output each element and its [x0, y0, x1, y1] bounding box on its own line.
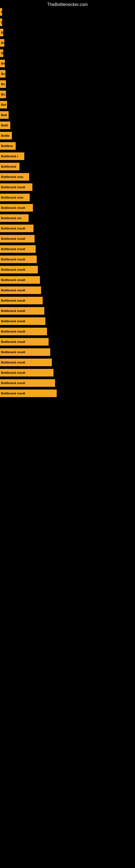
- bar-label: Bo: [1, 72, 5, 75]
- bar-row: B: [0, 19, 135, 26]
- bar-label: Bottleneck result: [1, 309, 25, 312]
- bar-row: Bottleneck result: [0, 183, 135, 191]
- bar-item: Bottleneck result: [0, 183, 32, 191]
- bar-item: B: [0, 50, 3, 57]
- bar-item: Bottleneck result: [0, 297, 43, 304]
- bar-item: Bottlene: [0, 142, 16, 150]
- bar-row: Bottleneck result: [0, 369, 135, 376]
- bar-label: B: [1, 10, 2, 13]
- bar-row: B: [0, 8, 135, 16]
- bar-item: Bottleneck result: [0, 286, 41, 294]
- bar-row: Bottleneck result: [0, 359, 135, 366]
- bar-row: Bottleneck result: [0, 307, 135, 315]
- bar-row: Bo: [0, 70, 135, 78]
- bar-label: Bo: [1, 62, 5, 65]
- bar-item: Bottleneck result: [0, 328, 47, 335]
- bar-row: Bottle: [0, 132, 135, 140]
- bar-row: Bo: [0, 91, 135, 98]
- bar-label: B: [1, 52, 3, 55]
- bar-label: Bottleneck result: [1, 319, 25, 323]
- bar-item: Bottle: [0, 132, 12, 140]
- bar-item: Bottleneck result: [0, 235, 35, 243]
- bar-item: Bottleneck result: [0, 255, 37, 263]
- bar-item: Bott: [0, 111, 9, 119]
- bar-item: Bottleneck result: [0, 348, 50, 356]
- bar-row: Bottlene: [0, 142, 135, 150]
- bars-container: BBBBoBBoBoBoBoBotBottBottlBottleBottlene…: [0, 8, 135, 397]
- bar-item: Bottleneck result: [0, 390, 57, 397]
- bar-row: Bottleneck result: [0, 276, 135, 284]
- bar-row: Bottleneck result: [0, 317, 135, 325]
- bar-item: Bo: [0, 70, 5, 78]
- bar-item: Bottleneck result: [0, 266, 38, 273]
- bar-row: Bottleneck result: [0, 297, 135, 304]
- bar-label: Bott: [1, 113, 7, 117]
- bar-item: Bottleneck: [0, 163, 19, 170]
- bar-label: Bottleneck result: [1, 381, 25, 384]
- bar-row: Bott: [0, 111, 135, 119]
- bar-label: Bottleneck result: [1, 330, 25, 333]
- bar-row: B: [0, 29, 135, 36]
- bar-label: Bottleneck result: [1, 278, 25, 282]
- bar-row: Bottleneck resu: [0, 173, 135, 181]
- bar-item: Bottleneck result: [0, 307, 44, 315]
- bar-label: Bottleneck result: [1, 350, 25, 354]
- bar-label: Bottleneck result: [1, 340, 25, 343]
- bar-item: Bottleneck result: [0, 276, 40, 284]
- bar-item: Bottleneck result: [0, 359, 52, 366]
- bar-label: Bottleneck result: [1, 227, 25, 230]
- bar-row: Bottleneck result: [0, 225, 135, 232]
- bar-label: Bottleneck resu: [1, 175, 24, 179]
- bar-label: Bot: [1, 103, 6, 106]
- bar-row: Bottleneck result: [0, 204, 135, 212]
- bar-item: Bottleneck result: [0, 379, 55, 387]
- bar-item: Bottleneck result: [0, 225, 34, 232]
- bar-item: B: [0, 8, 2, 16]
- bar-row: Bottleneck result: [0, 255, 135, 263]
- bar-item: Bottleneck resu: [0, 173, 29, 181]
- bar-label: B: [1, 21, 2, 24]
- site-title: TheBottlenecker.com: [0, 0, 135, 8]
- bar-row: Bottleneck result: [0, 348, 135, 356]
- bar-item: B: [0, 19, 2, 26]
- bar-row: B: [0, 50, 135, 57]
- bar-label: Bottleneck resu: [1, 196, 24, 199]
- bar-label: Bottleneck result: [1, 186, 25, 189]
- bar-row: Bottleneck result: [0, 266, 135, 273]
- bar-row: Bo: [0, 80, 135, 88]
- bar-item: Bottleneck resu: [0, 194, 30, 201]
- bar-row: Bo: [0, 60, 135, 67]
- bar-row: Bottleneck resu: [0, 194, 135, 201]
- bar-item: Bo: [0, 39, 4, 46]
- bar-label: Bottlene: [1, 144, 13, 148]
- bar-item: Bottleneck result: [0, 369, 53, 376]
- bar-item: Bo: [0, 60, 5, 67]
- bar-row: Bottleneck result: [0, 328, 135, 335]
- bar-label: Bo: [1, 93, 5, 96]
- bar-label: Bottl: [1, 124, 8, 127]
- bar-item: Bottleneck result: [0, 204, 33, 212]
- bar-label: Bottleneck res: [1, 216, 21, 220]
- bar-item: Bo: [0, 80, 6, 88]
- bar-label: Bo: [1, 83, 5, 86]
- bar-label: Bottle: [1, 134, 9, 137]
- bar-label: Bottleneck result: [1, 289, 25, 292]
- bar-label: Bottleneck result: [1, 392, 25, 395]
- bar-label: Bottleneck result: [1, 206, 25, 209]
- bar-label: Bottleneck result: [1, 237, 25, 240]
- bar-label: Bottleneck result: [1, 361, 25, 364]
- bar-item: Bottleneck r: [0, 152, 24, 160]
- bar-item: B: [0, 29, 3, 36]
- bar-label: Bottleneck result: [1, 268, 25, 271]
- bar-label: Bottleneck result: [1, 299, 25, 302]
- bar-label: Bottleneck result: [1, 371, 25, 374]
- bar-row: Bo: [0, 39, 135, 46]
- bar-label: Bottleneck result: [1, 258, 25, 261]
- bar-row: Bottleneck result: [0, 245, 135, 253]
- bar-row: Bottleneck result: [0, 235, 135, 243]
- bar-row: Bottleneck result: [0, 338, 135, 346]
- bar-item: Bottl: [0, 122, 10, 129]
- bar-item: Bot: [0, 101, 7, 108]
- bar-item: Bottleneck res: [0, 214, 29, 222]
- bar-label: B: [1, 31, 3, 34]
